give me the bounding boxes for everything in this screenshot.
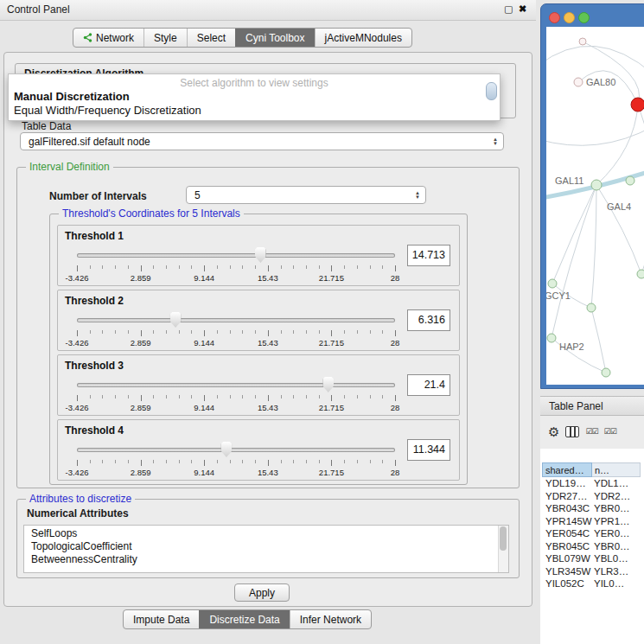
table-cell[interactable]: YLR345W	[542, 565, 594, 578]
node-label: GCY1	[546, 290, 571, 301]
number-of-intervals-value: 5	[194, 189, 415, 201]
scale-label: 9.144	[194, 468, 214, 477]
table-cell[interactable]: YBR045C	[542, 540, 594, 553]
attribute-list-item[interactable]: BetweennessCentrality	[24, 553, 497, 566]
tab-discretize-data[interactable]: Discretize Data	[199, 610, 289, 628]
number-of-intervals-label: Number of Intervals	[49, 190, 147, 202]
network-node[interactable]	[587, 303, 596, 312]
table-row[interactable]: YDR27…YDR2…	[542, 490, 644, 503]
tab-impute-data[interactable]: Impute Data	[124, 610, 199, 628]
slider-track[interactable]	[77, 448, 395, 452]
tab-network[interactable]: Network	[73, 29, 143, 47]
table-data-value: galFiltered.sif default node	[29, 136, 493, 148]
column-header-shared-name[interactable]: shared…	[542, 462, 592, 477]
threshold-slider[interactable]: -3.4262.8599.14415.4321.71528	[77, 376, 395, 414]
table-row[interactable]: YBR043CYBR0…	[542, 502, 644, 515]
float-window-icon[interactable]: ▢	[504, 3, 513, 15]
dropdown-option-manual-discretization[interactable]: Manual Discretization	[9, 90, 500, 104]
table-cell[interactable]: YIL052C	[542, 577, 594, 590]
tab-jactivemnodules[interactable]: jActiveMNodules	[315, 29, 411, 47]
table-row[interactable]: YER054CYER0…	[542, 527, 644, 540]
number-of-intervals-combobox[interactable]: 5 ▲ ▼	[186, 186, 426, 204]
network-node[interactable]	[547, 334, 556, 342]
network-node-selected-red[interactable]	[631, 98, 644, 112]
table-row[interactable]: YDL19…YDL1…	[542, 477, 644, 490]
table-cell[interactable]: YDL19…	[542, 477, 594, 490]
table-cell[interactable]: YBR043C	[542, 502, 594, 515]
apply-button[interactable]: Apply	[234, 583, 290, 602]
dropdown-option-equal-width-frequency[interactable]: Equal Width/Frequency Discretization	[9, 104, 500, 118]
slider-thumb[interactable]	[220, 442, 232, 457]
column-header-name[interactable]: n…	[592, 462, 641, 477]
tab-cyni-toolbox[interactable]: Cyni Toolbox	[235, 29, 314, 47]
list-items: SelfLoopsTopologicalCoefficientBetweenne…	[24, 527, 497, 572]
slider-track[interactable]	[77, 318, 395, 322]
close-traffic-light[interactable]	[549, 12, 560, 23]
tab-label: Cyni Toolbox	[245, 32, 304, 44]
scrollbar-thumb[interactable]	[500, 526, 507, 551]
minimize-traffic-light[interactable]	[564, 12, 575, 23]
table-cell[interactable]: YBL079W	[542, 552, 594, 565]
thresholds-group: Threshold's Coordinates for 5 Intervals …	[49, 214, 468, 485]
slider-thumb[interactable]	[322, 377, 334, 392]
threshold-slider[interactable]: -3.4262.8599.14415.4321.71528	[77, 441, 395, 479]
table-cell[interactable]: YLR3…	[594, 565, 644, 578]
control-panel-titlebar: Control Panel ▢ ✖	[0, 0, 536, 21]
table-row[interactable]: YPR145WYPR1…	[542, 515, 644, 528]
table-cell[interactable]: YPR1…	[594, 515, 644, 528]
threshold-slider[interactable]: -3.4262.8599.14415.4321.71528	[77, 311, 395, 349]
network-node[interactable]	[602, 368, 610, 377]
tab-select[interactable]: Select	[187, 29, 235, 47]
select-columns-icon[interactable]: ☑☑	[585, 427, 597, 436]
threshold-value-field[interactable]: 21.4	[407, 374, 450, 396]
slider-ticks	[77, 330, 395, 337]
columns-icon[interactable]	[565, 426, 579, 437]
table-cell[interactable]: YDR27…	[542, 490, 594, 503]
table-row[interactable]: YBR045CYBR0…	[542, 540, 644, 553]
network-node[interactable]	[637, 270, 644, 278]
table-cell[interactable]: YPR145W	[542, 515, 594, 528]
dropdown-scrollbar-thumb[interactable]	[486, 82, 497, 100]
table-cell[interactable]: YER0…	[594, 527, 644, 540]
threshold-value-field[interactable]: 6.316	[407, 309, 450, 331]
tab-style[interactable]: Style	[143, 29, 187, 47]
slider-track[interactable]	[77, 253, 395, 258]
network-node[interactable]	[591, 180, 602, 190]
select-rows-icon[interactable]: ☑☑	[604, 427, 616, 436]
slider-scale-labels: -3.4262.8599.14415.4321.71528	[77, 338, 395, 348]
gear-icon[interactable]: ⚙	[548, 425, 559, 438]
slider-thumb[interactable]	[170, 312, 182, 328]
threshold-value-field[interactable]: 14.713	[407, 245, 450, 266]
slider-track[interactable]	[77, 383, 395, 387]
threshold-row: Threshold 2-3.4262.8599.14415.4321.71528…	[57, 290, 460, 351]
tab-infer-network[interactable]: Infer Network	[290, 610, 371, 628]
table-cell[interactable]: YDR2…	[594, 490, 644, 503]
attribute-list-item[interactable]: TopologicalCoefficient	[24, 540, 497, 553]
table-row[interactable]: YBL079WYBL0…	[542, 552, 644, 565]
table-cell[interactable]: YBR0…	[594, 540, 644, 553]
slider-ticks	[77, 395, 395, 402]
threshold-value-field[interactable]: 11.344	[407, 439, 450, 461]
zoom-traffic-light[interactable]	[578, 12, 590, 23]
threshold-row: Threshold 4-3.4262.8599.14415.4321.71528…	[57, 419, 460, 481]
attributes-scrollbar[interactable]	[498, 526, 508, 572]
table-data-combobox[interactable]: galFiltered.sif default node ▲ ▼	[20, 132, 504, 150]
close-icon[interactable]: ✖	[519, 3, 526, 15]
network-node[interactable]	[574, 78, 583, 86]
table-row[interactable]: YLR345WYLR3…	[542, 565, 644, 578]
network-node[interactable]	[579, 38, 586, 45]
table-cell[interactable]: YDL1…	[594, 477, 644, 490]
network-node[interactable]	[626, 176, 634, 185]
attributes-group-title: Attributes to discretize	[26, 493, 135, 505]
table-cell[interactable]: YBL0…	[594, 552, 644, 565]
threshold-slider[interactable]: -3.4262.8599.14415.4321.71528	[77, 246, 395, 284]
table-cell[interactable]: YER054C	[542, 527, 594, 540]
slider-thumb[interactable]	[255, 247, 266, 263]
attribute-list-item[interactable]: SelfLoops	[24, 527, 497, 540]
table-cell[interactable]: YIL0…	[594, 577, 644, 590]
threshold-rows: Threshold 1-3.4262.8599.14415.4321.71528…	[57, 225, 460, 481]
network-node[interactable]	[548, 279, 557, 288]
table-row[interactable]: YIL052CYIL0…	[542, 577, 644, 590]
network-canvas[interactable]: GAL80 GAL11 GAL4 GCY1 HAP2	[546, 27, 644, 385]
table-cell[interactable]: YBR0…	[594, 502, 644, 515]
